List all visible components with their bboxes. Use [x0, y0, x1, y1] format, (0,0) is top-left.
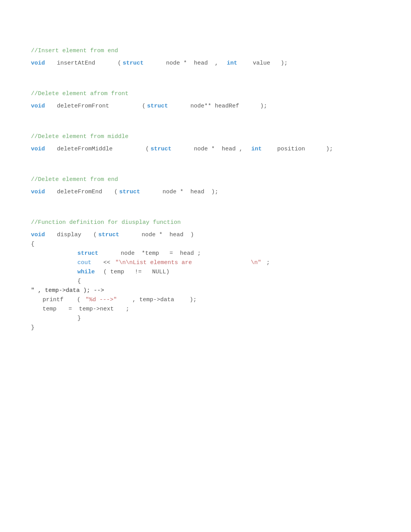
paren-open-5: ( — [93, 230, 97, 240]
comment-delete-middle: //Delete element from middle — [31, 132, 380, 142]
comment-display: //Function definition for diusplay funct… — [31, 218, 380, 227]
plain-text: insertAtEnd — [46, 59, 116, 68]
kw-printf: printf — [43, 295, 63, 305]
code-document: //Insert element from end void insertAtE… — [31, 46, 380, 332]
comment-delete-front: //Delete element afrom front — [31, 89, 380, 99]
plain-text2: node * head , — [145, 59, 218, 68]
kw-void: void — [31, 59, 45, 68]
brace-open: { — [31, 240, 34, 249]
plain-printf-end: ); — [176, 295, 197, 305]
section-delete-front: //Delete element afrom front void delete… — [31, 89, 380, 111]
kw-void-2: void — [31, 102, 45, 111]
plain-dff: deleteFromFront — [46, 102, 140, 111]
code-close-brace: } — [31, 323, 380, 332]
str-list-elements: "\n\nList elements are — [112, 258, 192, 268]
code-open-brace: { — [31, 240, 380, 249]
brace-inner-open: { — [77, 277, 81, 286]
code-delete-front: void deleteFromFront ( struct node** hea… — [31, 102, 380, 111]
plain-disp2: node * head ) — [121, 230, 194, 240]
plain-dfm: deleteFromMiddle — [46, 145, 144, 154]
kw-struct-2: struct — [147, 102, 168, 111]
kw-int: int — [220, 59, 237, 68]
plain-printf-comma: , temp->data — [118, 295, 174, 305]
plain-assign: = temp->next — [58, 305, 114, 314]
code-delete-middle: void deleteFromMiddle ( struct node * he… — [31, 145, 380, 154]
comment-insert-end: //Insert element from end — [31, 46, 380, 56]
kw-void-3: void — [31, 145, 45, 154]
plain-semi2: ; — [115, 305, 129, 314]
plain-dfe2: node * head ); — [142, 188, 218, 197]
plain-temp2: temp — [43, 305, 57, 314]
code-cout: cout << "\n\nList elements are \n" ; — [31, 258, 380, 268]
str-printf: "%d --->" — [82, 295, 117, 305]
section-insert-end: //Insert element from end void insertAtE… — [31, 46, 380, 68]
comment-delete-end: //Delete element from end — [31, 175, 380, 184]
paren-open-3: ( — [146, 145, 149, 154]
section-delete-end: //Delete element from end void deleteFro… — [31, 175, 380, 197]
code-inner-open-brace: { — [31, 277, 380, 286]
plain-dff2: node** headRef ); — [170, 102, 267, 111]
plain-dfe: deleteFromEnd — [46, 188, 113, 197]
code-while: while ( temp != NULL) — [31, 268, 380, 277]
kw-struct-5: struct — [98, 230, 119, 240]
code-struct-temp: struct node *temp = head ; — [31, 249, 380, 258]
str-newline: \n" — [251, 258, 261, 268]
plain-while-cond: ( temp != NULL) — [96, 268, 170, 277]
kw-void-4: void — [31, 188, 45, 197]
code-delete-end: void deleteFromEnd ( struct node * head … — [31, 188, 380, 197]
plain-dfm3: position ); — [263, 145, 333, 154]
plain-spaces — [194, 258, 249, 268]
paren-printf: ( — [77, 295, 80, 305]
paren-open: ( — [118, 59, 121, 68]
plain-temp: node *temp = head ; — [100, 249, 201, 258]
plain-disp: display — [46, 230, 92, 240]
kw-while: while — [77, 268, 95, 277]
code-insert-end: void insertAtEnd ( struct node * head , … — [31, 59, 380, 68]
section-delete-middle: //Delete element from middle void delete… — [31, 132, 380, 154]
plain-text3: value ); — [239, 59, 288, 68]
kw-cout: cout — [77, 258, 91, 268]
code-inner-close-brace: } — [31, 314, 380, 323]
code-display-sig: void display ( struct node * head ) — [31, 230, 380, 240]
kw-struct: struct — [123, 59, 144, 68]
kw-struct-4: struct — [119, 188, 140, 197]
kw-int-2: int — [244, 145, 262, 154]
code-temp-next: temp = temp->next ; — [31, 305, 380, 314]
code-printf: printf ( "%d --->" , temp->data ); — [31, 295, 380, 305]
brace-inner-close: } — [77, 314, 81, 323]
paren-open-4: ( — [114, 188, 118, 197]
paren-open-2: ( — [142, 102, 146, 111]
kw-void-5: void — [31, 230, 45, 240]
plain-dfm2: node * head , — [173, 145, 243, 154]
kw-struct-6: struct — [77, 249, 98, 258]
section-display-func: //Function definition for diusplay funct… — [31, 218, 380, 332]
brace-close: } — [31, 323, 34, 332]
kw-struct-3: struct — [151, 145, 171, 154]
plain-printf-p1 — [65, 295, 75, 305]
plain-semi: ; — [263, 258, 270, 268]
plain-lshift: << — [93, 258, 110, 268]
